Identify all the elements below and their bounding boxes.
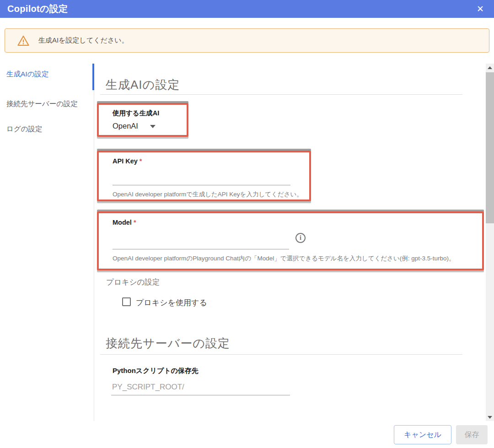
warning-text: 生成AIを設定してください。 [38, 36, 129, 45]
dialog-title: Copilotの設定 [7, 3, 68, 15]
scroll-up-icon [488, 66, 492, 69]
py-script-label: Pythonスクリプトの保存先 [113, 367, 199, 375]
warning-banner: 生成AIを設定してください。 [5, 28, 489, 53]
py-script-value[interactable]: PY_SCRIPT_ROOT/ [112, 383, 184, 392]
info-icon[interactable] [295, 233, 306, 243]
api-key-required-mark: * [140, 157, 142, 165]
model-label: Model* [113, 219, 136, 226]
model-helper: OpenAI developer platformのPlayground Cha… [113, 254, 455, 263]
copilot-settings-dialog: Copilotの設定 ✕ 生成AIを設定してください。 生成AIの設定 接続先サ… [0, 0, 494, 448]
sidebar-item-gen-ai[interactable]: 生成AIの設定 [6, 70, 49, 79]
heading-divider [100, 94, 462, 95]
sidebar-item-log[interactable]: ログの設定 [6, 124, 43, 134]
scroll-down-icon [488, 416, 492, 419]
model-required-mark: * [134, 219, 136, 226]
dialog-header: Copilotの設定 ✕ [0, 0, 494, 18]
cancel-button[interactable]: キャンセル [394, 425, 451, 444]
annotation-box-provider [97, 103, 188, 137]
section-heading-gen-ai: 生成AIの設定 [106, 77, 180, 93]
sidebar-divider [94, 64, 94, 421]
active-tab-indicator [92, 64, 94, 90]
section-heading-server: 接続先サーバーの設定 [106, 335, 230, 351]
warning-triangle-icon [17, 35, 29, 46]
chevron-down-icon[interactable] [150, 125, 156, 128]
model-label-text: Model [113, 219, 132, 226]
api-key-label: API Key* [113, 157, 142, 165]
close-icon[interactable]: ✕ [474, 4, 487, 14]
proxy-section-heading: プロキシの設定 [106, 277, 160, 287]
scrollbar-thumb[interactable] [486, 72, 494, 223]
scrollbar-track[interactable] [486, 64, 494, 421]
heading-divider-2 [100, 354, 462, 355]
sidebar-item-server[interactable]: 接続先サーバーの設定 [6, 99, 78, 109]
save-button[interactable]: 保存 [456, 425, 488, 444]
model-input[interactable] [113, 249, 289, 249]
proxy-checkbox[interactable] [122, 297, 131, 306]
scrollbar-up-button[interactable] [486, 64, 494, 71]
provider-label: 使用する生成AI [113, 109, 159, 118]
provider-select[interactable]: OpenAI [113, 122, 138, 130]
py-script-input[interactable] [111, 395, 290, 395]
api-key-helper: OpenAI developer platformで生成したAPI Keyを入力… [113, 190, 303, 199]
api-key-input[interactable] [113, 185, 290, 185]
scrollbar-down-button[interactable] [486, 413, 494, 421]
proxy-checkbox-label[interactable]: プロキシを使用する [136, 297, 207, 308]
api-key-label-text: API Key [113, 157, 138, 165]
